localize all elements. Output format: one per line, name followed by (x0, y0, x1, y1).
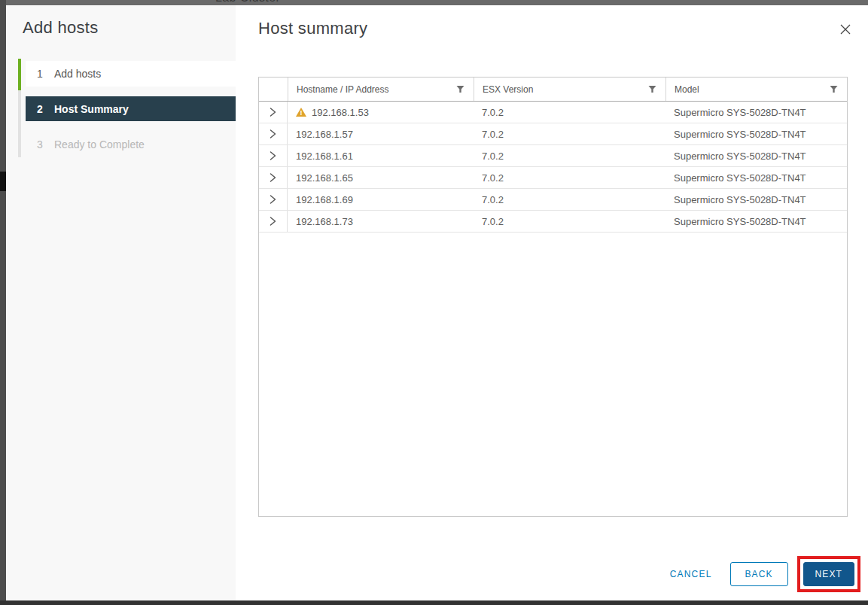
filter-icon[interactable] (830, 85, 838, 93)
step-label: Add hosts (54, 68, 101, 80)
host-cell: 192.168.1.57 (288, 123, 474, 144)
row-expander[interactable] (259, 167, 288, 188)
dimmed-background-patch (0, 172, 6, 191)
step-number: 1 (35, 68, 44, 80)
row-expander[interactable] (259, 211, 288, 232)
host-summary-panel: Host summary Hostname / IP Address ESX V… (236, 5, 868, 600)
wizard-footer: CANCEL BACK NEXT (670, 556, 860, 592)
table-row: 192.168.1.61 7.0.2 Supermicro SYS-5028D-… (259, 145, 847, 167)
dimmed-background-bottom (0, 600, 868, 605)
model-cell: Supermicro SYS-5028D-TN4T (665, 167, 847, 188)
wizard-step-host-summary[interactable]: 2 Host Summary (26, 96, 236, 121)
step-label: Ready to Complete (54, 138, 145, 150)
column-header-esx-version[interactable]: ESX Version (474, 78, 665, 101)
back-button[interactable]: BACK (730, 562, 788, 586)
table-row: 192.168.1.53 7.0.2 Supermicro SYS-5028D-… (259, 102, 847, 123)
esx-version-cell: 7.0.2 (474, 102, 665, 123)
model-cell: Supermicro SYS-5028D-TN4T (665, 102, 847, 123)
step-number: 3 (35, 138, 44, 150)
chevron-right-icon (270, 195, 276, 204)
row-expander[interactable] (259, 102, 288, 123)
host-ip-text: 192.168.1.65 (296, 172, 353, 184)
host-cell: 192.168.1.53 (288, 102, 474, 123)
warning-triangle-icon (296, 108, 306, 117)
model-cell: Supermicro SYS-5028D-TN4T (665, 189, 847, 210)
dimmed-background-left (0, 0, 6, 605)
page-title: Host summary (258, 19, 367, 38)
next-button[interactable]: NEXT (803, 562, 854, 586)
table-row: 192.168.1.65 7.0.2 Supermicro SYS-5028D-… (259, 167, 847, 189)
column-label: Hostname / IP Address (297, 84, 389, 95)
row-expander[interactable] (259, 145, 288, 166)
column-header-hostname[interactable]: Hostname / IP Address (288, 78, 474, 101)
esx-version-cell: 7.0.2 (474, 211, 665, 232)
wizard-sidebar: Add hosts 1 Add hosts 2 Host Summary 3 R… (6, 5, 236, 600)
esx-version-cell: 7.0.2 (474, 123, 665, 144)
step-label: Host Summary (54, 103, 129, 115)
host-cell: 192.168.1.69 (288, 189, 474, 210)
host-cell: 192.168.1.65 (288, 167, 474, 188)
chevron-right-icon (270, 173, 276, 182)
host-ip-text: 192.168.1.57 (296, 129, 353, 140)
host-cell: 192.168.1.61 (288, 145, 474, 166)
background-cluster-label: Lab Cluster (215, 0, 280, 5)
table-body: 192.168.1.53 7.0.2 Supermicro SYS-5028D-… (259, 102, 847, 233)
column-label: ESX Version (483, 84, 533, 95)
step-progress-bar-remaining (18, 90, 21, 157)
esx-version-cell: 7.0.2 (474, 145, 665, 166)
chevron-right-icon (270, 129, 276, 138)
wizard-step-add-hosts[interactable]: 1 Add hosts (26, 61, 236, 87)
wizard-title: Add hosts (23, 18, 99, 38)
step-number: 2 (35, 103, 44, 115)
column-label: Model (675, 84, 699, 95)
hosts-table: Hostname / IP Address ESX Version Model (258, 77, 848, 517)
chevron-right-icon (270, 151, 276, 160)
red-annotation-highlight: NEXT (797, 556, 860, 592)
esx-version-cell: 7.0.2 (474, 167, 665, 188)
filter-icon[interactable] (648, 85, 656, 93)
add-hosts-wizard-dialog: Add hosts 1 Add hosts 2 Host Summary 3 R… (6, 5, 868, 600)
filter-icon[interactable] (456, 85, 464, 93)
host-cell: 192.168.1.73 (288, 211, 474, 232)
table-row: 192.168.1.57 7.0.2 Supermicro SYS-5028D-… (259, 123, 847, 145)
host-ip-text: 192.168.1.69 (296, 194, 353, 205)
row-expander[interactable] (259, 123, 288, 144)
row-expander[interactable] (259, 189, 288, 210)
table-row: 192.168.1.73 7.0.2 Supermicro SYS-5028D-… (259, 211, 847, 233)
chevron-right-icon (270, 108, 276, 117)
expander-column-header (259, 78, 288, 101)
table-header-row: Hostname / IP Address ESX Version Model (259, 78, 847, 102)
model-cell: Supermicro SYS-5028D-TN4T (665, 123, 847, 144)
wizard-step-ready-to-complete: 3 Ready to Complete (26, 132, 236, 157)
chevron-right-icon (270, 217, 276, 226)
close-button[interactable] (838, 22, 853, 37)
step-progress-bar-completed (18, 59, 21, 90)
close-icon (839, 23, 851, 35)
model-cell: Supermicro SYS-5028D-TN4T (665, 211, 847, 232)
model-cell: Supermicro SYS-5028D-TN4T (665, 145, 847, 166)
dimmed-background-top: Lab Cluster (0, 0, 868, 5)
host-ip-text: 192.168.1.61 (296, 150, 353, 162)
host-ip-text: 192.168.1.53 (312, 107, 369, 118)
table-row: 192.168.1.69 7.0.2 Supermicro SYS-5028D-… (259, 189, 847, 211)
cancel-button[interactable]: CANCEL (670, 569, 712, 579)
esx-version-cell: 7.0.2 (474, 189, 665, 210)
host-ip-text: 192.168.1.73 (296, 216, 353, 227)
column-header-model[interactable]: Model (665, 78, 847, 101)
